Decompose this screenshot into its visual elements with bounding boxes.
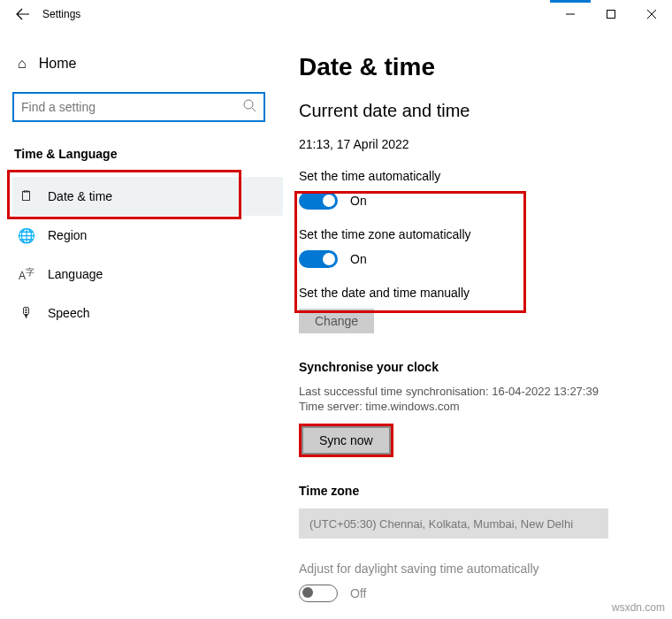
page-title: Date & time <box>299 53 645 81</box>
microphone-icon: 🎙 <box>18 305 35 321</box>
auto-time-label: Set the time automatically <box>299 169 645 183</box>
calendar-clock-icon: 🗒 <box>18 188 35 204</box>
close-icon <box>647 10 656 19</box>
sidebar: ⌂ Home Time & Language 🗒 Date & time 🌐 R… <box>0 28 292 619</box>
dst-state: Off <box>350 586 366 600</box>
watermark: wsxdn.com <box>612 601 665 614</box>
sync-last: Last successful time synchronisation: 16… <box>299 385 645 398</box>
nav-label: Date & time <box>48 189 112 203</box>
timezone-dropdown[interactable]: (UTC+05:30) Chennai, Kolkata, Mumbai, Ne… <box>299 508 608 539</box>
nav-item-speech[interactable]: 🎙 Speech <box>12 294 283 332</box>
auto-time-state: On <box>350 194 367 208</box>
nav-item-date-time[interactable]: 🗒 Date & time <box>12 177 283 216</box>
sync-server: Time server: time.windows.com <box>299 400 645 413</box>
change-button: Change <box>299 309 374 333</box>
search-box[interactable] <box>12 92 265 122</box>
home-icon: ⌂ <box>18 56 27 72</box>
nav-label: Language <box>48 267 103 281</box>
nav-item-language[interactable]: A字 Language <box>12 255 283 294</box>
nav-label: Speech <box>48 306 89 320</box>
page-subtitle: Current date and time <box>299 101 645 121</box>
window-controls <box>550 0 672 28</box>
nav-list: 🗒 Date & time 🌐 Region A字 Language 🎙 Spe… <box>12 177 283 332</box>
search-input[interactable] <box>21 100 242 114</box>
svg-rect-1 <box>607 11 615 19</box>
auto-tz-label: Set the time zone automatically <box>299 227 645 241</box>
highlight-box: Sync now <box>299 424 393 457</box>
manual-label: Set the date and time manually <box>299 286 645 300</box>
auto-tz-toggle[interactable] <box>299 250 338 268</box>
nav-item-region[interactable]: 🌐 Region <box>12 216 283 255</box>
dst-label: Adjust for daylight saving time automati… <box>299 562 645 576</box>
section-title: Time & Language <box>14 147 283 161</box>
back-button[interactable] <box>9 0 37 28</box>
sync-now-button[interactable]: Sync now <box>302 426 391 455</box>
maximize-icon <box>607 10 615 19</box>
current-datetime: 21:13, 17 April 2022 <box>299 137 645 151</box>
search-icon <box>242 98 256 116</box>
globe-icon: 🌐 <box>18 227 35 244</box>
timezone-value: (UTC+05:30) Chennai, Kolkata, Mumbai, Ne… <box>309 517 573 531</box>
home-label: Home <box>39 56 77 72</box>
language-icon: A字 <box>18 266 35 282</box>
auto-tz-state: On <box>350 252 367 266</box>
app-title: Settings <box>42 8 80 20</box>
timezone-heading: Time zone <box>299 484 645 498</box>
nav-label: Region <box>48 228 87 242</box>
main-content: Date & time Current date and time 21:13,… <box>292 28 672 619</box>
title-bar: Settings <box>0 0 672 28</box>
dst-toggle <box>299 585 338 602</box>
close-button[interactable] <box>631 0 672 28</box>
svg-line-5 <box>252 108 256 111</box>
minimize-button[interactable] <box>550 0 591 28</box>
home-nav[interactable]: ⌂ Home <box>12 46 283 81</box>
auto-time-toggle[interactable] <box>299 192 338 210</box>
svg-point-4 <box>244 100 253 109</box>
back-arrow-icon <box>16 7 30 21</box>
maximize-button[interactable] <box>591 0 631 28</box>
sync-heading: Synchronise your clock <box>299 360 645 374</box>
minimize-icon <box>566 10 575 19</box>
